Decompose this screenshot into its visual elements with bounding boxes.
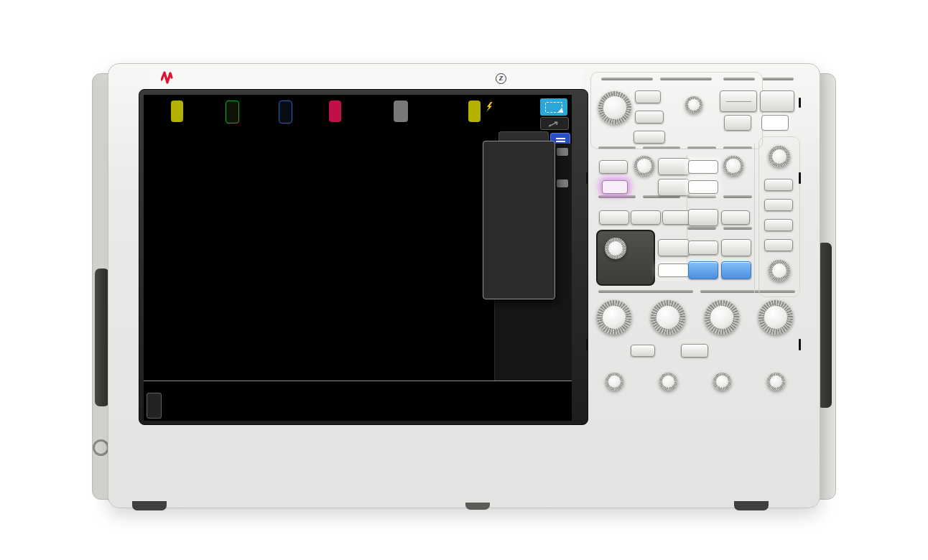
lcd-screen[interactable] xyxy=(144,95,572,421)
ch1-scale-knob[interactable] xyxy=(597,300,631,335)
wave-gen2-button[interactable] xyxy=(721,261,751,279)
mount-mark xyxy=(586,172,588,184)
foot xyxy=(465,503,490,510)
section-header xyxy=(684,195,756,198)
ch2-scale-knob[interactable] xyxy=(651,300,685,335)
label-button[interactable] xyxy=(631,345,655,357)
section-header xyxy=(684,227,756,230)
ch3-position-knob[interactable] xyxy=(713,373,731,391)
ch2-position-knob[interactable] xyxy=(659,373,677,391)
mount-mark xyxy=(799,172,801,184)
trigger-badge[interactable] xyxy=(468,101,481,122)
print-button[interactable] xyxy=(721,210,750,225)
rightcol-position-knob[interactable] xyxy=(769,260,790,281)
sidebar-button-fragment xyxy=(557,179,568,187)
oscilloscope-front-panel: Z xyxy=(0,0,928,560)
touch-button[interactable] xyxy=(658,263,690,277)
force-trigger-button[interactable] xyxy=(658,158,690,175)
ch4-position-knob[interactable] xyxy=(767,373,785,391)
sidebar-button-fragment xyxy=(557,148,568,156)
probe-ground-ring xyxy=(93,439,109,456)
megazoom-magnifier-icon: Z xyxy=(496,73,506,84)
quick-action-button[interactable] xyxy=(721,239,751,256)
softkey-bar xyxy=(144,381,572,421)
single-button[interactable] xyxy=(760,90,794,112)
ch1-position-knob[interactable] xyxy=(605,373,623,391)
channel1-badge[interactable] xyxy=(171,101,183,122)
analyze-button[interactable] xyxy=(599,210,629,225)
ref-button[interactable] xyxy=(764,239,793,251)
digital-button[interactable] xyxy=(764,199,793,211)
mode-coupling-button[interactable] xyxy=(658,179,690,196)
keysight-logo-icon xyxy=(161,70,177,85)
horizontal-badge[interactable] xyxy=(394,101,408,122)
mount-mark xyxy=(799,98,801,108)
utility-button[interactable] xyxy=(688,241,718,255)
left-accessory-rail xyxy=(95,269,109,406)
branding-strip: Z xyxy=(149,66,583,90)
horizontal-position-knob[interactable] xyxy=(685,96,702,113)
intensity-knob[interactable] xyxy=(605,238,626,259)
intensity-box xyxy=(596,230,655,286)
run-stop-button[interactable] xyxy=(720,90,757,112)
help-button[interactable] xyxy=(681,344,708,358)
ch3-scale-knob[interactable] xyxy=(705,300,739,335)
measure-cursors-knob[interactable] xyxy=(723,156,743,176)
acquire-button[interactable] xyxy=(631,210,661,225)
default-setup-button[interactable] xyxy=(724,115,751,131)
mount-mark xyxy=(586,339,588,350)
meas-button[interactable] xyxy=(688,180,718,194)
serial-button[interactable] xyxy=(764,179,793,191)
rightcol-scale-knob[interactable] xyxy=(769,146,790,167)
channel3-badge[interactable] xyxy=(279,101,292,123)
zone-button[interactable] xyxy=(602,180,628,194)
search-button[interactable] xyxy=(635,111,664,123)
navigate-button[interactable] xyxy=(634,131,665,144)
cursors-button[interactable] xyxy=(688,160,718,174)
softkey-back-button[interactable] xyxy=(147,393,162,419)
annotation-arrow-icon[interactable] xyxy=(540,117,569,130)
trigger-level-knob[interactable] xyxy=(634,156,654,176)
mount-mark xyxy=(799,339,801,350)
ch4-scale-knob[interactable] xyxy=(758,300,793,335)
foot xyxy=(132,501,167,510)
foot xyxy=(734,501,769,510)
horizontal-scale-knob[interactable] xyxy=(598,91,631,124)
save-recall-button[interactable] xyxy=(688,209,718,226)
math-button[interactable] xyxy=(764,219,793,231)
divider xyxy=(754,144,755,293)
status-bar xyxy=(144,95,572,129)
clear-display-button[interactable] xyxy=(658,239,690,256)
touch-main-menu xyxy=(483,141,555,299)
channel2-badge[interactable] xyxy=(226,101,239,123)
megazoom-logo: Z xyxy=(496,71,506,84)
touch-zone-icon[interactable] xyxy=(540,98,567,116)
wave-gen1-button[interactable] xyxy=(688,261,718,279)
trigger-button[interactable] xyxy=(599,160,628,174)
channel4-badge[interactable] xyxy=(329,101,341,122)
trigger-edge-icon xyxy=(486,102,493,112)
horiz-button[interactable] xyxy=(635,90,661,103)
auto-scale-button[interactable] xyxy=(761,115,789,131)
